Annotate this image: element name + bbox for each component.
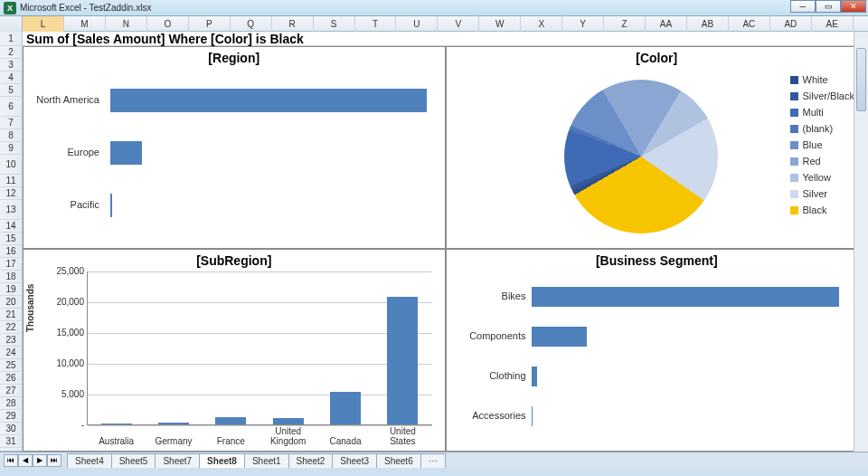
- row-header[interactable]: 4: [0, 71, 22, 84]
- row-header[interactable]: 30: [0, 423, 22, 435]
- column-header[interactable]: S: [314, 16, 355, 32]
- legend-item: (blank): [790, 123, 854, 134]
- chart-title: [Region]: [24, 47, 445, 65]
- legend-label: Multi: [803, 107, 824, 118]
- chart-business-segment[interactable]: [Business Segment] BikesComponentsClothi…: [446, 249, 869, 452]
- column-header[interactable]: Q: [231, 16, 272, 32]
- bar: [532, 406, 533, 426]
- close-button[interactable]: ✕: [841, 0, 866, 13]
- select-all-corner[interactable]: [0, 16, 23, 32]
- chart-subregion[interactable]: [SubRegion] Thousands 25,00020,00015,000…: [23, 249, 446, 452]
- sheet-tab[interactable]: Sheet3: [332, 453, 377, 468]
- row-header[interactable]: 2: [0, 46, 22, 59]
- row-header[interactable]: 15: [0, 233, 22, 245]
- minimize-button[interactable]: ─: [790, 0, 816, 13]
- category-label: North America: [27, 94, 99, 105]
- legend-swatch: [790, 174, 798, 182]
- row-header[interactable]: 25: [0, 359, 22, 372]
- column-header[interactable]: P: [189, 16, 231, 32]
- row-header[interactable]: 13: [0, 200, 22, 220]
- legend-item: Black: [790, 205, 854, 215]
- column-header[interactable]: N: [106, 16, 147, 32]
- insert-sheet-button[interactable]: ⋯: [420, 453, 446, 468]
- sheet-tab[interactable]: Sheet6: [376, 453, 421, 468]
- y-tick-label: 10,000: [48, 358, 84, 368]
- category-label: Pacific: [27, 199, 99, 210]
- legend-item: Multi: [790, 107, 854, 118]
- category-label: Europe: [27, 147, 99, 157]
- grid-area[interactable]: Sum of [Sales Amount] Where [Color] is B…: [23, 32, 868, 451]
- column-header[interactable]: W: [479, 16, 521, 32]
- row-header[interactable]: 16: [0, 245, 22, 258]
- row-header[interactable]: 22: [0, 321, 22, 334]
- row-header[interactable]: 21: [0, 309, 22, 321]
- x-tick-label: France: [206, 436, 255, 446]
- column-header[interactable]: L: [23, 16, 64, 32]
- sheet-tab[interactable]: Sheet8: [199, 453, 245, 468]
- bar: [387, 297, 418, 424]
- column-header[interactable]: U: [396, 16, 438, 32]
- bar: [532, 287, 839, 307]
- legend-item: Yellow: [790, 172, 854, 183]
- column-header[interactable]: AD: [770, 16, 812, 32]
- row-header[interactable]: 3: [0, 59, 22, 71]
- tab-first-button[interactable]: ⏮: [4, 454, 18, 467]
- column-header[interactable]: AC: [729, 16, 770, 32]
- row-header[interactable]: 19: [0, 283, 22, 296]
- row-header[interactable]: 12: [0, 187, 22, 200]
- row-header[interactable]: 29: [0, 410, 22, 423]
- row-header[interactable]: 8: [0, 129, 22, 142]
- column-header[interactable]: V: [438, 16, 479, 32]
- column-header[interactable]: M: [64, 16, 106, 32]
- row-header[interactable]: 17: [0, 258, 22, 271]
- row-header[interactable]: 7: [0, 117, 22, 129]
- sheet-tab[interactable]: Sheet2: [288, 453, 334, 468]
- bar: [110, 194, 112, 217]
- row-header[interactable]: 28: [0, 397, 22, 410]
- title-cell[interactable]: Sum of [Sales Amount] Where [Color] is B…: [23, 32, 868, 46]
- row-header[interactable]: 10: [0, 155, 22, 175]
- pie-legend: WhiteSilver/BlackMulti(blank)BlueRedYell…: [790, 74, 854, 221]
- row-header[interactable]: 18: [0, 271, 22, 283]
- row-header[interactable]: 1: [0, 32, 22, 46]
- column-header[interactable]: AA: [646, 16, 687, 32]
- legend-label: Black: [803, 205, 827, 215]
- sheet-tab[interactable]: Sheet1: [244, 453, 289, 468]
- row-header[interactable]: 11: [0, 175, 22, 187]
- row-header[interactable]: 24: [0, 347, 22, 359]
- tab-prev-button[interactable]: ◀: [18, 454, 33, 467]
- x-tick-label: United Kingdom: [264, 426, 313, 446]
- bar: [330, 392, 361, 424]
- bar: [532, 327, 587, 347]
- scrollbar-thumb[interactable]: [856, 48, 866, 111]
- sheet-tab[interactable]: Sheet7: [155, 453, 200, 468]
- row-header[interactable]: 23: [0, 334, 22, 347]
- row-header[interactable]: 6: [0, 97, 22, 117]
- row-header[interactable]: 5: [0, 84, 22, 97]
- row-header[interactable]: 27: [0, 385, 22, 397]
- chart-color[interactable]: [Color] WhiteSilver/BlackMulti(blank)Blu…: [446, 46, 869, 249]
- column-header[interactable]: T: [355, 16, 397, 32]
- legend-item: Blue: [790, 139, 854, 150]
- tab-next-button[interactable]: ▶: [33, 454, 47, 467]
- row-header[interactable]: 31: [0, 435, 22, 448]
- chart-region[interactable]: [Region] North AmericaEuropePacific: [23, 46, 446, 249]
- vertical-scrollbar[interactable]: [854, 32, 868, 452]
- column-header[interactable]: O: [147, 16, 189, 32]
- tab-last-button[interactable]: ⏭: [47, 454, 61, 467]
- column-header[interactable]: AB: [687, 16, 729, 32]
- row-header[interactable]: 26: [0, 372, 22, 385]
- row-header[interactable]: 9: [0, 142, 22, 155]
- column-header[interactable]: R: [272, 16, 314, 32]
- worksheet: 1234567891011121314151617181920212223242…: [0, 32, 868, 452]
- column-header[interactable]: X: [521, 16, 562, 32]
- column-header[interactable]: Z: [604, 16, 646, 32]
- sheet-tab[interactable]: Sheet5: [111, 453, 156, 468]
- column-header[interactable]: AE: [812, 16, 854, 32]
- bar: [101, 424, 132, 424]
- sheet-tab[interactable]: Sheet4: [67, 453, 112, 468]
- maximize-button[interactable]: ▭: [816, 0, 841, 13]
- row-header[interactable]: 20: [0, 296, 22, 309]
- row-header[interactable]: 14: [0, 220, 22, 233]
- column-header[interactable]: Y: [562, 16, 604, 32]
